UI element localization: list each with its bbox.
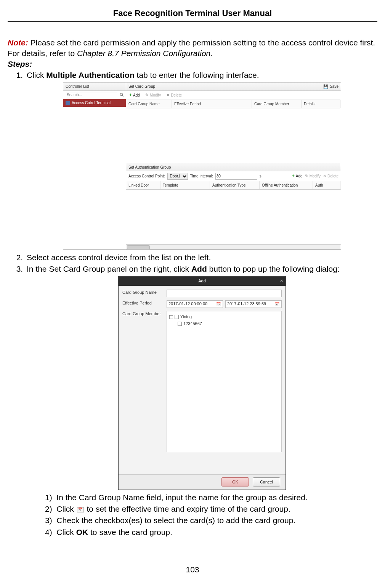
search-row [63, 91, 126, 99]
col-template: Template [160, 181, 210, 189]
tree-checkbox[interactable] [175, 315, 179, 319]
auth-group-controls: Access Control Point: Door1 Time Interva… [126, 171, 341, 181]
col-effective-period: Effective Period [172, 100, 252, 108]
tree-child-row[interactable]: 12345667 [169, 321, 279, 327]
col-linked-door: Linked Door [126, 181, 160, 189]
modify-label: Modify [150, 93, 161, 98]
set-card-group-header: Set Card Group 💾 Save [126, 82, 341, 91]
dialog-footer: OK Cancel [119, 474, 286, 490]
period-from-field[interactable]: 2017-01-12 00:00:00 📅 [167, 300, 223, 308]
delete-icon: ✕ [323, 173, 326, 179]
card-group-name-input[interactable] [167, 290, 282, 297]
controller-item-selected[interactable]: Access Cotrol Terminal [63, 99, 126, 107]
step-1-b: tab to enter the following interface. [135, 71, 259, 79]
set-card-group-title: Set Card Group [128, 82, 155, 91]
substeps-list: 1) In the Card Group Name field, input t… [27, 492, 377, 538]
tree-parent-row[interactable]: − Yining [169, 314, 279, 321]
controller-list-header: Controller List [63, 82, 126, 91]
col-details: Details [302, 100, 341, 108]
tree-checkbox[interactable] [178, 322, 182, 326]
period-to-value: 2017-01-12 23:59:59 [227, 301, 266, 307]
horizontal-scrollbar[interactable] [126, 244, 341, 250]
note-paragraph: Note: Please set the card permission and… [8, 37, 377, 59]
col-card-group-name: Card Group Name [126, 100, 172, 108]
label-effective-period: Effective Period [122, 300, 164, 308]
search-icon[interactable] [119, 92, 124, 98]
set-auth-group-header: Set Authentication Group [126, 163, 341, 171]
substep-1: 1) In the Card Group Name field, input t… [45, 492, 377, 503]
step-1-a: Click [27, 71, 46, 79]
add-label: Add [133, 93, 140, 98]
tree-collapse-icon[interactable]: − [169, 315, 173, 319]
right-panels: Set Card Group 💾 Save +Add ✎Modify ✕Dele… [126, 82, 341, 250]
add-button[interactable]: +Add [129, 92, 140, 98]
header-title-bold: Face Recognition Terminal [113, 8, 220, 18]
edit-icon: ✎ [305, 173, 308, 179]
save-button[interactable]: 💾 Save [323, 82, 338, 91]
step-1: Click Multiple Authentication tab to ent… [25, 70, 377, 250]
steps-label: Steps: [8, 59, 377, 69]
chapter-reference: Chapter 8.7 Permission Configuration. [77, 49, 213, 58]
save-label: Save [330, 82, 338, 91]
col-offline-auth: Offline Authentication [260, 181, 313, 189]
auth-modify-button[interactable]: ✎Modify [305, 173, 321, 179]
scrollbar-thumb[interactable] [127, 245, 150, 249]
ok-button[interactable]: OK [221, 477, 249, 487]
step-3: In the Set Card Group panel on the right… [25, 264, 377, 538]
period-to-field[interactable]: 2017-01-12 23:59:59 📅 [225, 300, 282, 308]
card-group-columns: Card Group Name Effective Period Card Gr… [126, 100, 341, 108]
interval-label: Time Interval: [190, 174, 213, 179]
col-card-group-member: Card Group Member [252, 100, 302, 108]
ss4-b: to save the card group. [88, 528, 172, 536]
ss4-num: 4) [45, 528, 52, 536]
substep-4: 4) Click OK to save the card group. [45, 527, 377, 538]
step-1-bold: Multiple Authentication [46, 71, 134, 79]
label-card-group-name: Card Group Name [122, 290, 164, 297]
interval-unit: s [260, 174, 261, 179]
calendar-icon[interactable]: 📅 [216, 301, 221, 307]
substep-2: 2) Click 📅 to set the effective time and… [45, 504, 377, 514]
auth-group-columns: Linked Door Template Authentication Type… [126, 181, 341, 190]
card-group-body [126, 108, 341, 163]
step-3-bold: Add [191, 264, 207, 273]
ss3-num: 3) [45, 516, 52, 525]
controller-list-panel: Controller List Access Cotrol Terminal [63, 82, 126, 250]
auth-add-label: Add [296, 174, 303, 179]
screenshot-main-interface: Controller List Access Cotrol Terminal S… [63, 82, 341, 250]
ss2-a: Click [56, 504, 76, 513]
card-group-toolbar: +Add ✎Modify ✕Delete [126, 91, 341, 100]
substep-3: 3) Check the checkbox(es) to select the … [45, 515, 377, 526]
interval-input[interactable] [215, 173, 257, 180]
step-2: Select access control device from the li… [25, 252, 377, 263]
auth-add-button[interactable]: +Add [292, 173, 303, 179]
search-input[interactable] [65, 92, 118, 98]
acp-select[interactable]: Door1 [167, 173, 188, 180]
close-icon[interactable]: ✕ [280, 278, 283, 284]
dialog-body: Card Group Name Effective Period 2017-01… [119, 286, 286, 474]
step-3-b: button to pop up the following dialog: [207, 264, 340, 273]
auth-modify-label: Modify [310, 174, 321, 179]
svg-point-0 [120, 93, 122, 95]
auth-delete-label: Delete [327, 174, 338, 179]
period-from-value: 2017-01-12 00:00:00 [168, 301, 207, 307]
delete-button[interactable]: ✕Delete [166, 92, 182, 98]
header-title-rest: User Manual [220, 8, 272, 18]
calendar-icon[interactable]: 📅 [274, 301, 280, 307]
col-auth-type: Authentication Type [210, 181, 260, 189]
member-tree: − Yining 12345667 [167, 311, 282, 452]
acp-label: Access Control Point: [128, 174, 165, 179]
effective-period-row: 2017-01-12 00:00:00 📅 2017-01-12 23:59:5… [167, 300, 282, 308]
plus-icon: + [129, 92, 132, 98]
dialog-title: Add [198, 278, 206, 284]
ss1-text: In the Card Group Name field, input the … [56, 493, 307, 502]
ss1-num: 1) [45, 493, 52, 502]
modify-button[interactable]: ✎Modify [145, 92, 161, 98]
plus-icon: + [292, 173, 295, 179]
delete-label: Delete [171, 93, 182, 98]
page-header: Face Recognition Terminal User Manual [8, 8, 377, 22]
cancel-button[interactable]: Cancel [253, 477, 280, 487]
ss4-bold: OK [76, 528, 88, 536]
device-icon [66, 101, 70, 105]
auth-delete-button[interactable]: ✕Delete [323, 173, 338, 179]
ss3-text: Check the checkbox(es) to select the car… [56, 516, 295, 525]
